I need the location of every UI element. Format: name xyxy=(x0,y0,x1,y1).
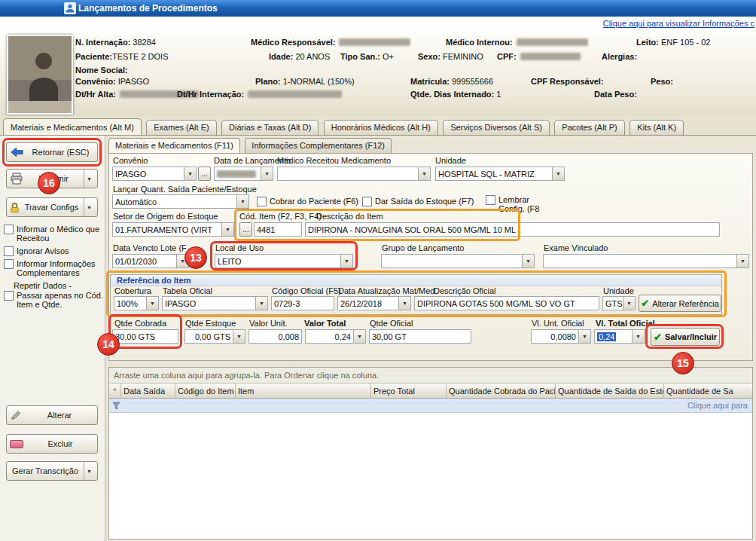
descricao-oficial-input[interactable]: DIPIRONA GOTAS 500 MG/ML SO VO GT xyxy=(414,296,599,310)
cod-item-input[interactable]: 4481 xyxy=(254,222,302,237)
checkbox-box[interactable] xyxy=(4,259,14,269)
field-dt-hr-internacao: Dt/Hr Internação: xyxy=(177,90,342,99)
checkbox-dar-saida[interactable]: Dar Saída do Estoque (F7) xyxy=(362,197,475,206)
groupby-bar[interactable]: Arraste uma coluna aqui para agrupa-la. … xyxy=(109,368,752,384)
checkbox-informar-medico[interactable]: Informar o Médico que Receitou xyxy=(4,225,103,243)
chevron-down-icon[interactable]: ▼ xyxy=(236,195,248,208)
data-lancamento-select[interactable]: ▼ xyxy=(214,167,273,181)
checkbox-box[interactable] xyxy=(4,246,14,256)
medico-receitou-select[interactable]: ▼ xyxy=(277,167,431,181)
checkbox-label: Ignorar Avisos xyxy=(17,246,69,256)
tabela-oficial-select[interactable]: IPASGO ▼ xyxy=(162,296,268,310)
column-preco-total[interactable]: Preço Total xyxy=(371,384,447,399)
valor-unit-input[interactable]: 0,008 xyxy=(248,329,302,344)
chevron-down-icon[interactable]: ▼ xyxy=(552,167,564,180)
imprimir-dropdown-arrow[interactable]: ▼ xyxy=(84,170,94,188)
gerar-transcricao-button[interactable]: Gerar Transcrição ▼ xyxy=(6,461,98,481)
tab-exames[interactable]: Exames (Alt E) xyxy=(146,120,216,135)
convenio-select[interactable]: IPASGO ▼ xyxy=(112,167,197,181)
chevron-down-icon[interactable]: ▼ xyxy=(578,330,590,343)
column-qtd-saida-estoque[interactable]: Quantidade de Saída do Estoque xyxy=(556,384,664,399)
grupo-lancamento-select[interactable]: ▼ xyxy=(381,254,535,268)
salvar-incluir-button[interactable]: ✔ Salvar/Incluir xyxy=(651,328,720,346)
vl-unt-oficial-select[interactable]: 0,0080 ▼ xyxy=(531,329,591,344)
value: 20 ANOS xyxy=(295,52,330,61)
alterar-button[interactable]: Alterar xyxy=(6,405,98,425)
checkbox-cobrar-paciente[interactable]: Cobrar do Paciente (F6) xyxy=(257,197,358,206)
convenio-browse-button[interactable]: ... xyxy=(198,167,211,181)
chevron-down-icon[interactable]: ▼ xyxy=(221,223,233,236)
qtde-estoque-select[interactable]: 0,00 GTS ▼ xyxy=(184,329,245,344)
tab-honorarios-medicos[interactable]: Honorários Médicos (Alt H) xyxy=(324,120,438,135)
checkbox-box[interactable] xyxy=(362,197,372,206)
cod-item-browse-button[interactable]: ... xyxy=(239,222,252,237)
tab-servicos-diversos[interactable]: Serviços Diversos (Alt S) xyxy=(443,120,550,135)
chevron-down-icon[interactable]: ▼ xyxy=(522,255,534,267)
travar-configs-dropdown-arrow[interactable]: ▼ xyxy=(84,198,94,216)
checkbox-box[interactable] xyxy=(257,197,267,206)
tab-diarias-taxas[interactable]: Diárias e Taxas (Alt D) xyxy=(221,120,319,135)
checkbox-box[interactable] xyxy=(4,291,14,301)
column-codigo-item[interactable]: Código do Item xyxy=(175,384,236,399)
checkbox-ignorar-avisos[interactable]: Ignorar Avisos xyxy=(4,246,103,256)
valor-total-select[interactable]: 0,24 ▼ xyxy=(305,329,366,344)
lancar-quant-select[interactable]: Automático ▼ xyxy=(112,194,249,209)
grid-filter-row[interactable]: Clique aqui para xyxy=(109,399,752,413)
chevron-down-icon[interactable]: ▼ xyxy=(398,297,410,310)
checkbox-box[interactable] xyxy=(486,195,495,205)
tab-informacoes-f12[interactable]: Informações Complementares (F12) xyxy=(245,138,392,153)
data-atualizacao-select[interactable]: 26/12/2018 ▼ xyxy=(337,296,411,310)
excluir-button[interactable]: Excluir xyxy=(6,434,98,454)
qtde-cobrada-input[interactable]: 30,00 GTS xyxy=(112,329,178,344)
cobertura-select[interactable]: 100% ▼ xyxy=(114,296,159,310)
data-vencto-input[interactable]: 01/01/2030 ▼ xyxy=(112,254,189,268)
column-item[interactable]: Item xyxy=(236,384,371,399)
checkbox-box[interactable] xyxy=(4,225,14,234)
excluir-label: Excluir xyxy=(26,439,94,448)
chevron-down-icon[interactable]: ▼ xyxy=(184,167,196,180)
unidade-oficial-label: Unidade xyxy=(603,286,634,295)
tab-materiais-medicamentos[interactable]: Materiais e Medicamentos (Alt M) xyxy=(3,118,142,135)
checkbox-lembrar-config[interactable]: LembrarConfig. (F8 xyxy=(486,195,542,213)
qtde-oficial-input[interactable]: 30,00 GT xyxy=(369,329,471,344)
gerar-transcricao-dropdown-arrow[interactable]: ▼ xyxy=(84,462,94,480)
exame-vinculado-select[interactable]: ▼ xyxy=(543,254,749,268)
setor-origem-select[interactable]: 01.FATURAMENTO (VIRT ▼ xyxy=(112,222,234,237)
column-qtd-sa[interactable]: Quantidade de Sa xyxy=(664,384,752,399)
chevron-down-icon[interactable]: ▼ xyxy=(340,255,352,267)
visualizar-informacoes-link[interactable]: Clique aqui para visualizar Informações … xyxy=(603,19,754,28)
retornar-label: Retornar (ESC) xyxy=(27,148,94,157)
field-leito: Leito:ENF 105 - 02 xyxy=(636,38,710,47)
unidade-oficial-select[interactable]: GTS ▼ xyxy=(602,296,636,310)
vl-total-oficial-input[interactable]: 0,24 ▼ xyxy=(594,329,645,344)
alterar-referencia-button[interactable]: ✔ Alterar Referência xyxy=(639,295,721,312)
chevron-down-icon[interactable]: ▼ xyxy=(261,167,273,180)
chevron-down-icon[interactable]: ▼ xyxy=(146,297,158,310)
chevron-down-icon[interactable]: ▼ xyxy=(736,255,748,267)
tab-kits[interactable]: Kits (Alt K) xyxy=(629,120,684,135)
grid-body[interactable] xyxy=(109,413,752,539)
descricao-item-input[interactable]: DIPIRONA - NOVALGINA SOL ORAL 500 MG/ML … xyxy=(305,222,720,237)
label: Alergias: xyxy=(602,52,637,61)
chevron-down-icon[interactable]: ▼ xyxy=(632,330,644,343)
unidade-label: Unidade xyxy=(435,156,466,165)
checkbox-passar-apenas[interactable]: Passar apenas no Cód. Item e Qtde. xyxy=(4,291,103,309)
local-uso-select[interactable]: LEITO ▼ xyxy=(215,254,353,268)
checkbox-informar-informacoes[interactable]: Informar Informações Complementares xyxy=(4,259,103,277)
chevron-down-icon[interactable]: ▼ xyxy=(353,330,365,343)
column-data-saida[interactable]: Data Saída xyxy=(121,384,175,399)
tab-materiais-f11[interactable]: Materiais e Medicamentos (F11) xyxy=(108,138,240,153)
unidade-select[interactable]: HOSPITAL SQL - MATRIZ ▼ xyxy=(435,167,565,181)
chevron-down-icon[interactable]: ▼ xyxy=(255,297,267,310)
travar-configs-button[interactable]: Travar Configs ▼ xyxy=(6,197,98,217)
chevron-down-icon[interactable]: ▼ xyxy=(233,330,245,343)
column-qtd-cobrada-paciente[interactable]: Quantidade Cobrada do Paciente xyxy=(447,384,556,399)
local-uso-value: LEITO xyxy=(215,257,340,266)
codigo-oficial-input[interactable]: 0729-3 xyxy=(271,296,334,310)
label: Dt/Hr Internação: xyxy=(177,90,244,99)
label: Data Peso: xyxy=(594,90,637,99)
chevron-down-icon[interactable]: ▼ xyxy=(418,167,430,180)
chevron-down-icon[interactable]: ▼ xyxy=(623,297,635,310)
retornar-button[interactable]: Retornar (ESC) xyxy=(6,142,98,162)
tab-pacotes[interactable]: Pacotes (Alt P) xyxy=(554,120,624,135)
